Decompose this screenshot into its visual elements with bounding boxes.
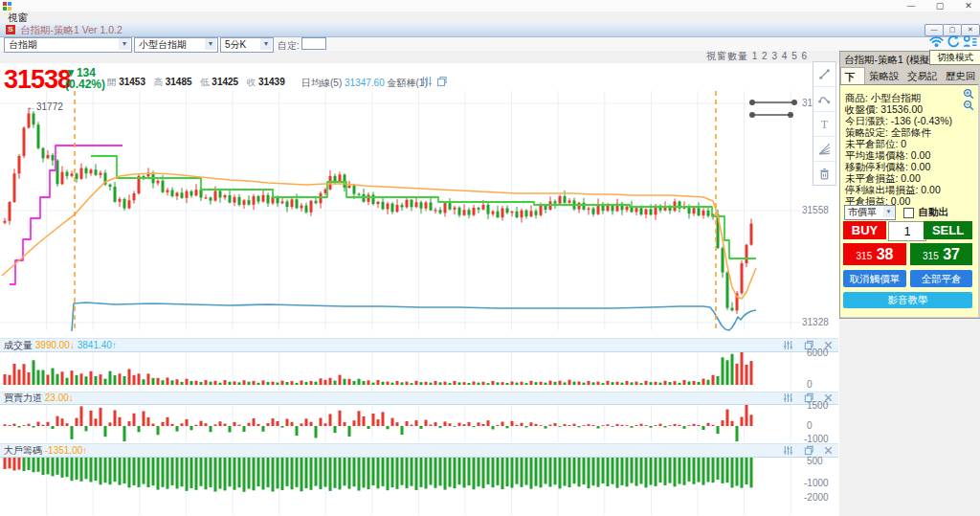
toolbar: 台指期 ▾ 小型台指期 ▾ 5分K ▾ 自定:	[0, 37, 980, 51]
last-price: 31538	[4, 65, 71, 95]
tab-strategy-settings[interactable]: 策略設定	[865, 67, 903, 84]
tab-trade-log[interactable]: 交易記錄	[903, 67, 942, 84]
auto-exit-checkbox[interactable]	[903, 208, 914, 218]
tab-order[interactable]: 下單	[840, 67, 865, 84]
broadcast-icon[interactable]	[929, 34, 944, 49]
zoom-out-icon[interactable]	[963, 100, 974, 111]
pressure-header: 買賣力道 23.00↓	[0, 392, 838, 405]
volume-header: 成交量 3990.00↓ 3841.40↑	[0, 338, 838, 352]
field-trailing-stop: 移動停利價格: 0.00	[845, 162, 930, 172]
field-product: 商品: 小型台指期	[845, 93, 921, 103]
field-open-pnl: 未平倉損益: 0.00	[845, 173, 921, 184]
delete-drawings-icon[interactable]	[813, 162, 835, 186]
chips-axis-label: 500	[807, 456, 823, 466]
horizontal-line-handles[interactable]	[749, 100, 797, 118]
restore-icon[interactable]: ▢	[930, 0, 949, 11]
field-avg-entry: 平均進場價格: 0.00	[845, 150, 930, 161]
maximize-pane-icon[interactable]	[436, 76, 448, 87]
sell-button[interactable]: SELL	[924, 221, 972, 239]
product-select[interactable]: 台指期 ▾	[4, 37, 132, 53]
chevron-down-icon: ▾	[205, 38, 216, 50]
main-axis-label: 31558	[802, 205, 829, 215]
ma-legend: 日均線(5) 31347.60 金額棒(1)	[301, 77, 428, 90]
polyline-tool[interactable]	[813, 87, 835, 112]
chart-area: 31538 ▼134 (0.42%) 開 31453 高 31485 低 314…	[0, 63, 839, 516]
peak-annotation: ←31772	[27, 101, 63, 112]
trend-line-tool[interactable]	[813, 62, 835, 87]
ohlc-row: 開 31453 高 31485 低 31425 收 31439	[107, 77, 291, 89]
text-tool[interactable]: T	[813, 112, 835, 137]
contract-select[interactable]: 小型台指期 ▾	[134, 37, 218, 53]
svg-text:T: T	[821, 118, 829, 130]
chips-axis-label: -1000	[804, 478, 829, 488]
indicator-settings-icon[interactable]	[783, 340, 794, 351]
volume-bars	[4, 351, 753, 385]
field-close-price: 收盤價: 31536.00	[845, 104, 923, 115]
menu-item-window[interactable]: 視窗	[8, 11, 28, 23]
chips-header: 大戶籌碼 -1351.00↑	[0, 443, 838, 458]
strategy-logo: S	[6, 25, 15, 34]
chevron-down-icon: ▾	[883, 206, 894, 217]
cancel-stop-orders-button[interactable]: 取消觸價單	[843, 270, 906, 287]
mode-switch-tooltip: 切換模式	[929, 50, 980, 65]
order-pane: 商品: 小型台指期 收盤價: 31536.00 今日漲跌: -136 (-0.4…	[840, 84, 978, 317]
quantity-input[interactable]	[888, 221, 926, 241]
order-type-row: 市價單 ▾ 自動出	[844, 205, 948, 218]
volume-axis-label: 0	[807, 379, 813, 390]
volume-axis-label: 6000	[807, 348, 828, 358]
field-day-change: 今日漲跌: -136 (-0.43%)	[845, 116, 952, 126]
close-pane-icon[interactable]	[823, 445, 835, 457]
application-window: — ▢ ✕ 視窗 S 台指期-策略1 Ver 1.0.2 — ▢ ✕ 台指期 ▾…	[0, 0, 980, 516]
window-count-options[interactable]: 視窗數量 1 2 3 4 5 6	[706, 50, 808, 63]
chevron-down-icon: ▾	[260, 38, 272, 50]
mdi-title: 台指期-策略1 Ver 1.0.2	[20, 24, 122, 37]
price-change: ▼134 (0.42%)	[65, 67, 105, 90]
mdi-titlebar: S 台指期-策略1 Ver 1.0.2 — ▢ ✕	[0, 23, 980, 37]
app-icon	[3, 2, 11, 11]
window-titlebar: — ▢ ✕	[0, 0, 980, 11]
custom-interval-label: 自定:	[278, 39, 300, 53]
interval-select[interactable]: 5分K ▾	[220, 37, 274, 53]
zoom-in-icon[interactable]	[963, 88, 974, 100]
panel-tabs: 下單 策略設定 交易記錄 歷史回測	[840, 67, 980, 84]
sell-price-button[interactable]: 315 37	[910, 243, 972, 265]
buy-button[interactable]: BUY	[843, 221, 886, 239]
minimize-icon[interactable]: —	[902, 0, 921, 11]
chips-axis-label: -2000	[804, 492, 829, 503]
trading-panel: 台指期-策略1 (模擬交易) 下單 策略設定 交易記錄 歷史回測 商品: 小型台…	[839, 51, 980, 319]
chevron-down-icon: ▾	[119, 38, 130, 50]
field-strategy-setting: 策略設定: 全部條件	[845, 127, 931, 138]
font-zoom-controls	[963, 88, 974, 111]
custom-interval-input[interactable]	[301, 37, 326, 50]
auto-exit-label: 自動出	[919, 206, 949, 217]
drawing-toolbar: T	[813, 61, 836, 186]
indicator-settings-icon[interactable]	[783, 393, 794, 404]
refresh-icon[interactable]	[947, 34, 961, 49]
fan-lines-tool[interactable]	[813, 137, 835, 162]
field-open-position: 未平倉部位: 0	[845, 139, 906, 149]
chips-bars	[4, 457, 753, 492]
pressure-bars	[4, 404, 753, 441]
field-stop-exit-pnl: 停利線出場損益: 0.00	[845, 185, 941, 195]
video-tutorial-button[interactable]: 影音教學	[843, 292, 972, 308]
tab-backtest[interactable]: 歷史回測	[942, 67, 980, 84]
indicator-settings-icon[interactable]	[783, 445, 794, 457]
account-mode-icon[interactable]	[963, 34, 977, 49]
main-axis-label: 31328	[802, 317, 829, 327]
close-all-positions-button[interactable]: 全部平倉	[910, 270, 972, 287]
pressure-axis-label: 0	[807, 420, 813, 431]
buy-price-button[interactable]: 315 38	[843, 243, 906, 265]
order-type-select[interactable]: 市價單 ▾	[844, 205, 896, 220]
indicator-settings-icon[interactable]	[421, 76, 433, 87]
pressure-axis-label: 1500	[807, 400, 828, 411]
menu-bar: 視窗	[0, 11, 980, 23]
close-icon[interactable]: ✕	[959, 0, 978, 11]
